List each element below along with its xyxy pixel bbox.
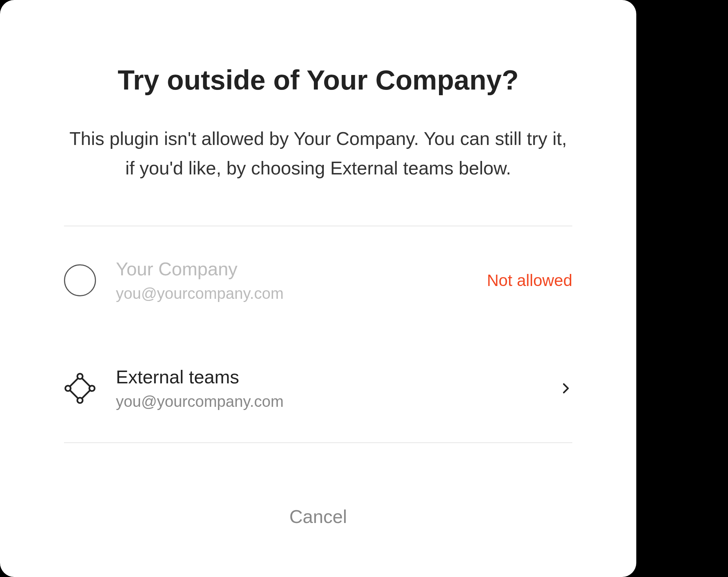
community-icon bbox=[64, 372, 96, 404]
svg-line-4 bbox=[82, 378, 90, 387]
svg-line-6 bbox=[70, 390, 78, 399]
modal-description: This plugin isn't allowed by Your Compan… bbox=[64, 124, 572, 183]
svg-point-3 bbox=[65, 386, 71, 391]
status-badge: Not allowed bbox=[487, 271, 572, 290]
option-your-company: Your Company you@yourcompany.com Not all… bbox=[64, 226, 572, 334]
svg-line-5 bbox=[82, 390, 90, 399]
option-text-group: Your Company you@yourcompany.com bbox=[116, 258, 467, 302]
modal-title: Try outside of Your Company? bbox=[64, 64, 572, 96]
svg-point-0 bbox=[77, 374, 83, 379]
option-external-teams[interactable]: External teams you@yourcompany.com bbox=[64, 334, 572, 442]
option-title: External teams bbox=[116, 366, 540, 388]
circle-icon bbox=[64, 264, 96, 296]
option-subtitle: you@yourcompany.com bbox=[116, 393, 540, 410]
chevron-right-icon bbox=[560, 382, 572, 395]
svg-line-7 bbox=[70, 378, 78, 387]
option-title: Your Company bbox=[116, 258, 467, 280]
option-subtitle: you@yourcompany.com bbox=[116, 285, 467, 302]
svg-point-2 bbox=[77, 398, 83, 403]
modal-dialog: Try outside of Your Company? This plugin… bbox=[0, 0, 636, 577]
option-text-group: External teams you@yourcompany.com bbox=[116, 366, 540, 410]
cancel-button[interactable]: Cancel bbox=[64, 470, 572, 527]
divider bbox=[64, 442, 572, 443]
svg-point-1 bbox=[89, 386, 95, 391]
